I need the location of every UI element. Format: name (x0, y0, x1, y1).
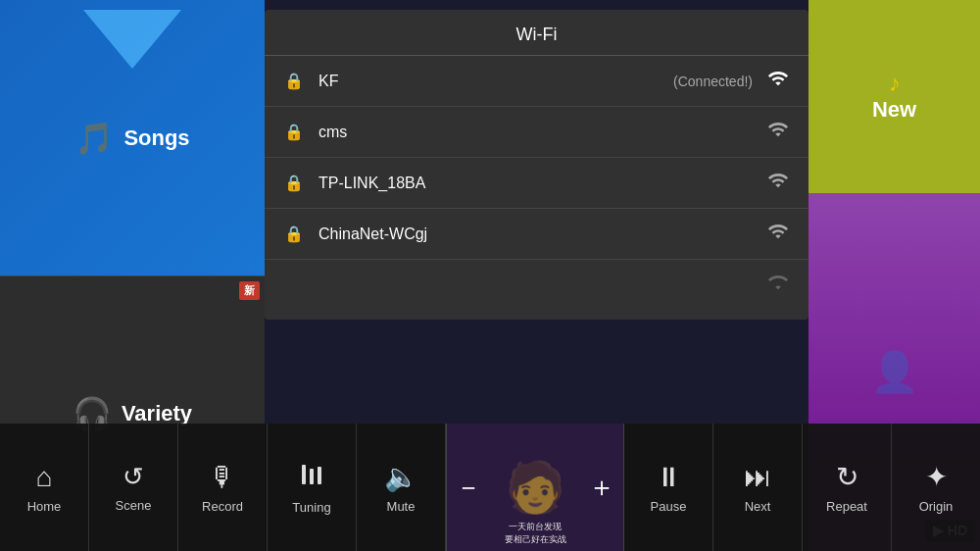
wifi-signal-tplink (767, 170, 789, 196)
origin-label: Origin (919, 499, 954, 514)
wifi-signal-kf (767, 68, 789, 94)
home-button[interactable]: ⌂ Home (0, 424, 89, 551)
origin-icon: ✦ (925, 461, 948, 493)
wifi-name-tplink: TP-LINK_18BA (318, 175, 753, 192)
artist-image: 🧑 (505, 459, 565, 516)
wifi-signal-unknown (767, 272, 789, 298)
tuning-icon (298, 461, 325, 494)
wifi-item-unknown[interactable] (265, 260, 808, 310)
wifi-status-kf: (Connected!) (673, 74, 753, 89)
svg-rect-2 (318, 467, 321, 484)
pause-label: Pause (651, 499, 687, 514)
svg-rect-1 (310, 469, 314, 484)
mute-label: Mute (387, 499, 416, 514)
volume-up-button[interactable]: ＋ (588, 469, 615, 506)
lock-icon-kf: 🔒 (284, 72, 304, 90)
tuning-button[interactable]: Tuning (268, 424, 357, 551)
lock-icon-cms: 🔒 (284, 123, 304, 141)
pause-button[interactable]: ⏸ Pause (624, 424, 713, 551)
scene-button[interactable]: ↺ Scene (89, 424, 178, 551)
repeat-label: Repeat (826, 499, 867, 514)
repeat-icon: ↻ (836, 461, 858, 493)
now-playing-area: － 🧑 ＋ 一天前台发现 要相己好在实战 (446, 424, 624, 551)
new-music-icon: ♪ (889, 70, 901, 97)
svg-rect-0 (302, 465, 306, 484)
songs-label: Songs (123, 125, 189, 151)
wifi-dialog: Wi-Fi 🔒 KF (Connected!) 🔒 cms 🔒 (265, 10, 808, 320)
scene-icon: ↺ (122, 462, 144, 492)
music-note-icon: 🎵 (74, 120, 114, 157)
new-tile[interactable]: ♪ New (808, 0, 980, 193)
wifi-item-kf[interactable]: 🔒 KF (Connected!) (265, 56, 808, 107)
wifi-title: Wi-Fi (265, 10, 808, 56)
wifi-name-cms: cms (318, 124, 753, 141)
bottom-bar: ⌂ Home ↺ Scene 🎙 Record Tuning 🔈 Mute － … (0, 424, 980, 551)
songs-tile[interactable]: 🎵 Songs (0, 0, 265, 276)
pause-icon: ⏸ (655, 461, 682, 493)
microphone-icon: 🎙 (209, 461, 236, 493)
origin-button[interactable]: ✦ Origin (892, 424, 980, 551)
triangle-decoration (83, 10, 181, 69)
lock-icon-chinanet: 🔒 (284, 225, 304, 243)
mute-button[interactable]: 🔈 Mute (357, 424, 446, 551)
lyrics-line1: 一天前台发现 (505, 521, 566, 533)
volume-down-button[interactable]: － (455, 469, 482, 506)
wifi-signal-cms (767, 119, 789, 145)
record-label: Record (202, 499, 243, 514)
scene-label: Scene (116, 498, 152, 513)
wifi-item-chinanet[interactable]: 🔒 ChinaNet-WCgj (265, 209, 808, 260)
next-button[interactable]: ⏭ Next (713, 424, 803, 551)
new-label: New (872, 97, 916, 123)
repeat-button[interactable]: ↻ Repeat (803, 424, 892, 551)
home-icon: ⌂ (36, 462, 53, 493)
wifi-name-chinanet: ChinaNet-WCgj (318, 225, 753, 243)
tuning-label: Tuning (292, 500, 330, 515)
wifi-item-cms[interactable]: 🔒 cms (265, 107, 808, 158)
next-label: Next (745, 499, 771, 514)
mute-icon: 🔈 (384, 461, 418, 493)
lyrics-display: 一天前台发现 要相己好在实战 (505, 521, 566, 546)
lock-icon-tplink: 🔒 (284, 174, 304, 192)
wifi-item-tplink[interactable]: 🔒 TP-LINK_18BA (265, 158, 808, 209)
next-icon: ⏭ (744, 461, 771, 493)
home-label: Home (27, 499, 62, 514)
lyrics-line2: 要相己好在实战 (505, 533, 566, 546)
record-button[interactable]: 🎙 Record (178, 424, 268, 551)
wifi-name-kf: KF (318, 73, 673, 90)
wifi-network-list: 🔒 KF (Connected!) 🔒 cms 🔒 TP-LINK_18BA (265, 56, 808, 310)
wifi-signal-chinanet (767, 221, 789, 247)
variety-new-badge: 新 (239, 281, 260, 300)
